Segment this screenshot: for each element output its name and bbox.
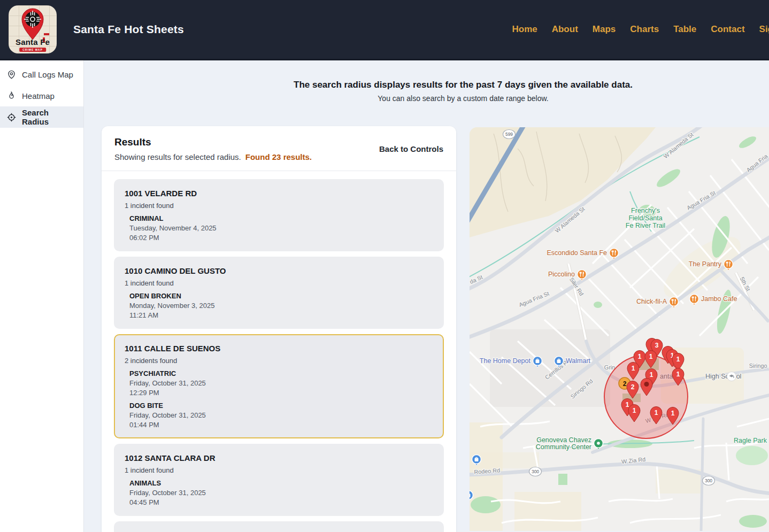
poi-school[interactable] — [727, 372, 736, 381]
incident-type: CRIMINAL — [129, 214, 433, 222]
svg-text:1: 1 — [632, 365, 635, 372]
incident-date: Friday, October 31, 2025 — [129, 379, 433, 387]
map-container[interactable]: 599300300W Alameda StW Alameda Stda StAg… — [470, 127, 769, 531]
park-label: Ragle Park — [734, 437, 767, 444]
svg-text:1: 1 — [638, 353, 642, 360]
incident-type: OPEN BROKEN — [129, 292, 433, 300]
result-card[interactable]: 1021 PRACTILLIANO DR1 incident found — [114, 521, 444, 532]
map-park — [594, 302, 602, 308]
nav-link-about[interactable]: About — [552, 24, 578, 35]
result-incident-count: 1 incident found — [125, 466, 433, 474]
incident-type: DOG BITE — [129, 402, 433, 410]
results-subtitle: Showing results for selected radius. — [114, 152, 241, 161]
nav-link-table[interactable]: Table — [673, 24, 696, 35]
incident-date: Friday, October 31, 2025 — [129, 489, 433, 497]
poi-label: Escondido Santa Fe — [547, 249, 607, 257]
incident-time: 11:21 AM — [129, 311, 433, 319]
svg-text:3: 3 — [655, 342, 659, 349]
svg-text:1: 1 — [649, 353, 653, 360]
result-card[interactable]: 1011 CALLE DE SUENOS2 incidents foundPSY… — [114, 334, 444, 438]
incident-date: Tuesday, November 4, 2025 — [129, 224, 433, 232]
sidebar-item-call-logs-map[interactable]: Call Logs Map — [0, 64, 83, 85]
results-found-count: Found 23 results. — [245, 152, 312, 161]
navbar-links: HomeAboutMapsChartsTableContactSig — [512, 24, 769, 35]
target-icon — [6, 112, 17, 122]
result-address: 1001 VELARDE RD — [125, 189, 433, 198]
incident-time: 12:29 PM — [129, 389, 433, 397]
poi-label: The Pantry — [689, 260, 722, 268]
sidebar-item-label: Heatmap — [22, 91, 55, 101]
route-shield-599: 599 — [503, 130, 516, 139]
sidebar: Call Logs Map Heatmap Search Radius — [0, 60, 84, 532]
back-to-controls-link[interactable]: Back to Controls — [379, 144, 443, 153]
svg-text:1: 1 — [676, 356, 680, 363]
crime-map[interactable]: 599300300W Alameda StW Alameda Stda StAg… — [470, 127, 769, 531]
logo-subtitle: CRIME MAP — [19, 48, 46, 52]
map-park — [471, 496, 501, 513]
map-pin-logo-icon — [18, 7, 48, 41]
results-header: Results Showing results for selected rad… — [102, 126, 456, 171]
svg-text:2: 2 — [623, 380, 627, 388]
svg-text:300: 300 — [532, 469, 539, 474]
main-content: The search radius displays results for t… — [84, 60, 769, 532]
results-panel: Results Showing results for selected rad… — [102, 126, 456, 532]
incident-item: PSYCHIATRICFriday, October 31, 202512:29… — [129, 369, 433, 397]
sidebar-item-label: Search Radius — [22, 108, 77, 126]
top-navbar: Santa Fe CRIME MAP Santa Fe Hot Sheets H… — [0, 0, 769, 60]
poi-label: Chick-fil-A — [636, 298, 667, 305]
nav-link-sig[interactable]: Sig — [759, 24, 769, 35]
page-intro: The search radius displays results for t… — [84, 60, 769, 103]
incident-type: PSYCHIATRIC — [129, 369, 433, 377]
poi-label: Genoveva ChavezCommunity Center — [536, 436, 591, 451]
svg-text:300: 300 — [705, 478, 712, 483]
nav-link-charts[interactable]: Charts — [630, 24, 659, 35]
map-area-tint — [470, 422, 503, 531]
result-incident-count: 1 incident found — [125, 202, 433, 210]
route-shield-300: 300 — [703, 476, 715, 485]
flame-icon — [6, 91, 17, 101]
result-incident-count: 1 incident found — [125, 279, 433, 287]
incident-date: Friday, October 31, 2025 — [129, 411, 433, 419]
sidebar-item-search-radius[interactable]: Search Radius — [0, 106, 83, 128]
svg-text:1: 1 — [655, 409, 658, 417]
result-address: 1011 CALLE DE SUENOS — [125, 344, 433, 353]
svg-text:1: 1 — [633, 407, 636, 414]
incident-time: 06:02 PM — [129, 234, 433, 242]
poi-label: Piccolino — [548, 271, 575, 278]
result-card[interactable]: 1012 SANTA CLARA DR1 incident foundANIMA… — [114, 444, 444, 516]
incident-time: 04:45 PM — [129, 498, 433, 506]
map-park — [739, 515, 767, 528]
nav-link-home[interactable]: Home — [512, 24, 537, 35]
street-label: Siringo Rd — [749, 363, 769, 369]
nav-link-maps[interactable]: Maps — [593, 24, 616, 35]
result-address: 1012 SANTA CLARA DR — [125, 453, 433, 462]
incident-type: ANIMALS — [129, 479, 433, 487]
svg-text:1: 1 — [626, 401, 629, 408]
sidebar-item-label: Call Logs Map — [22, 70, 73, 79]
incident-date: Monday, November 3, 2025 — [129, 302, 433, 310]
map-park — [558, 474, 567, 485]
app-logo[interactable]: Santa Fe CRIME MAP — [9, 5, 57, 53]
street-label: Grin — [604, 364, 615, 371]
intro-line-1: The search radius displays results for t… — [157, 80, 769, 90]
svg-text:1: 1 — [671, 410, 675, 417]
results-title: Results — [114, 136, 312, 148]
poi-label: Walmart — [566, 357, 591, 365]
sidebar-item-heatmap[interactable]: Heatmap — [0, 85, 83, 106]
route-shield-300: 300 — [529, 467, 542, 476]
svg-text:599: 599 — [505, 132, 513, 137]
app-title: Santa Fe Hot Sheets — [73, 23, 184, 36]
result-address: 1010 CAMINO DEL GUSTO — [125, 266, 433, 275]
results-list: 1001 VELARDE RD1 incident foundCRIMINALT… — [102, 171, 456, 532]
result-card[interactable]: 1001 VELARDE RD1 incident foundCRIMINALT… — [114, 179, 444, 251]
nav-link-contact[interactable]: Contact — [711, 24, 744, 35]
poi-label: The Home Depot — [480, 357, 531, 365]
incident-item: OPEN BROKENMonday, November 3, 202511:21… — [129, 292, 433, 319]
incident-item: ANIMALSFriday, October 31, 202504:45 PM — [129, 479, 433, 506]
logo-title: Santa Fe — [9, 37, 57, 47]
result-card[interactable]: 1010 CAMINO DEL GUSTO1 incident foundOPE… — [114, 257, 444, 329]
park-label: Frenchy'sField/SantaFe River Trail — [626, 207, 665, 229]
poi-label: Jambo Cafe — [701, 295, 737, 303]
svg-text:2: 2 — [631, 383, 635, 391]
logo-dash — [44, 33, 49, 35]
